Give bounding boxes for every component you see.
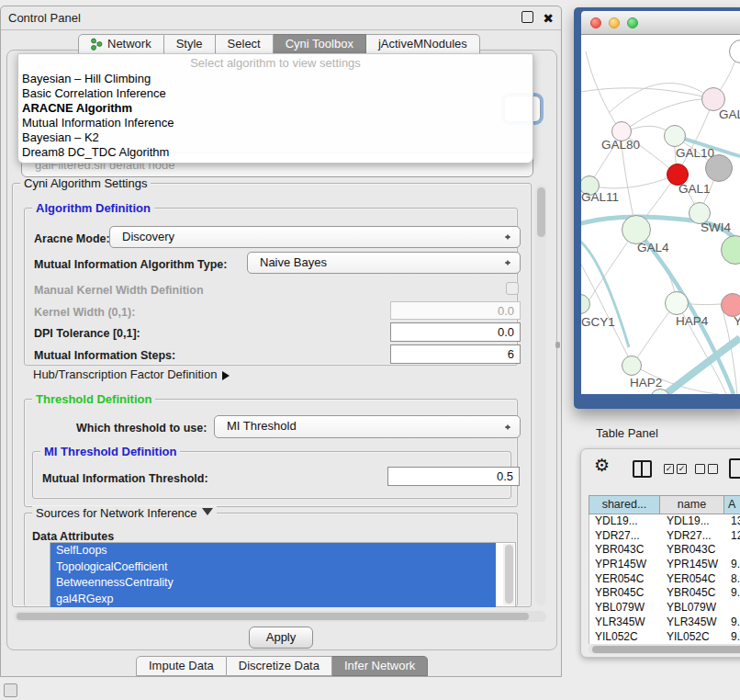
select-all-columns-icon[interactable]: ✓✓ (664, 464, 687, 474)
combo-stepper-icon (505, 257, 511, 268)
node-label: GAL (719, 107, 740, 121)
sources-title[interactable]: Sources for Network Inference (32, 506, 217, 521)
mi-steps-label: Mutual Information Steps: (34, 349, 175, 362)
kernel-width-field[interactable]: 0.0 (390, 301, 521, 320)
node-label: GAL1 (678, 182, 711, 196)
column-header-partial[interactable]: A (724, 495, 740, 514)
attribute-item-selected[interactable]: TopologicalCoefficient (50, 559, 496, 576)
float-window-icon[interactable] (521, 11, 533, 23)
attribute-item-selected[interactable]: SelfLoops (50, 543, 496, 559)
combo-stepper-icon (505, 422, 511, 433)
table-row[interactable]: YBR045CYBR045C9. (589, 586, 740, 601)
tab-network[interactable]: Network (78, 34, 164, 54)
table-row[interactable]: YBR043CYBR043C (589, 543, 740, 558)
table-row[interactable]: YDR27...YDR27...12 (589, 529, 740, 544)
tab-jactivemnodules[interactable]: jActiveMNodules (366, 34, 480, 54)
tab-select[interactable]: Select (216, 34, 274, 54)
apply-button[interactable]: Apply (249, 627, 313, 649)
dropdown-item-highlighted[interactable]: ARACNE Algorithm (18, 101, 533, 116)
node-label: GAL10 (676, 146, 714, 160)
node-label: HAP2 (630, 376, 662, 390)
gear-icon[interactable]: ⚙ (594, 455, 610, 475)
settings-vertical-scrollbar[interactable] (535, 185, 546, 605)
split-pane-handle[interactable] (555, 342, 560, 348)
node-label: Y (734, 314, 740, 328)
network-canvas[interactable]: GAL GAL80 GAL10 GAL1 GAL11 SWI4 GAL4 HAP… (581, 35, 740, 394)
table-horizontal-scrollbar[interactable] (589, 644, 740, 654)
table-row[interactable]: YIL052CYIL052C9. (589, 630, 740, 645)
dropdown-item[interactable]: Bayesian – Hill Climbing (18, 72, 533, 86)
cyni-algorithm-settings-group: Cyni Algorithm Settings Algorithm Defini… (12, 183, 532, 607)
node-label: GAL80 (601, 138, 640, 152)
tab-style[interactable]: Style (164, 34, 216, 54)
export-table-icon[interactable] (729, 458, 740, 479)
table-row[interactable]: YDL19...YDL19...13 (589, 514, 740, 529)
hub-definition-toggle[interactable]: Hub/Transcription Factor Definition (33, 367, 234, 381)
mi-algorithm-type-combobox[interactable]: Naive Bayes (247, 252, 521, 274)
network-window-titlebar[interactable] (581, 11, 740, 35)
collapse-down-icon (202, 508, 213, 521)
tab-infer-network[interactable]: Infer Network (332, 656, 428, 676)
deselect-all-columns-icon[interactable] (695, 464, 718, 474)
dropdown-item[interactable]: Mutual Information Inference (18, 116, 533, 130)
dropdown-item[interactable]: Basic Correlation Inference (18, 86, 533, 101)
control-panel-title: Control Panel (8, 6, 81, 29)
cyni-settings-title: Cyni Algorithm Settings (20, 176, 151, 190)
network-node-GAL10[interactable] (664, 125, 686, 147)
attribute-item-selected[interactable]: gal4RGexp (50, 592, 496, 608)
attribute-item-selected[interactable]: BetweennessCentrality (50, 575, 496, 592)
dropdown-item[interactable]: Bayesian – K2 (18, 130, 533, 145)
tab-cyni-toolbox[interactable]: Cyni Toolbox (274, 34, 366, 54)
tab-network-label: Network (107, 34, 151, 54)
collapse-right-icon (222, 371, 234, 380)
mi-threshold-field[interactable]: 0.5 (387, 467, 520, 486)
table-row[interactable]: YPR145WYPR145W9. (589, 558, 740, 572)
tab-discretize-data[interactable]: Discretize Data (227, 656, 332, 676)
close-icon[interactable]: ✖ (543, 7, 554, 29)
table-row[interactable]: YLR345WYLR345W9. (589, 615, 740, 630)
table-row[interactable]: YER054CYER054C8. (589, 572, 740, 587)
which-threshold-combobox[interactable]: MI Threshold (214, 415, 521, 438)
table-body: YDL19...YDL19...13 YDR27...YDR27...12 YB… (589, 514, 740, 644)
threshold-definition-group: Threshold Definition Which threshold to … (24, 399, 518, 507)
control-panel-titlebar: Control Panel ✖ (1, 6, 561, 30)
mi-steps-field[interactable]: 6 (390, 344, 521, 364)
column-header-shared-name[interactable]: shared... (589, 495, 660, 514)
mi-threshold-label: Mutual Information Threshold: (42, 472, 208, 485)
mi-threshold-title: MI Threshold Definition (40, 445, 180, 458)
tab-impute-data[interactable]: Impute Data (136, 656, 227, 676)
settings-horizontal-scrollbar[interactable] (14, 611, 546, 622)
column-header-name[interactable]: name (660, 495, 724, 514)
attribute-list-scrollbar[interactable] (503, 544, 514, 605)
network-node-HAP4[interactable] (665, 291, 689, 315)
control-panel-window: Control Panel ✖ Network Style Select Cyn… (0, 6, 562, 677)
dropdown-item[interactable]: Dream8 DC_TDC Algorithm (18, 145, 533, 160)
node-label: GAL11 (581, 190, 619, 204)
mac-minimize-icon[interactable] (609, 17, 620, 28)
network-node-HAP2[interactable] (622, 356, 642, 376)
dropdown-prompt: Select algorithm to view settings (18, 54, 533, 72)
dpi-tolerance-field[interactable]: 0.0 (390, 322, 521, 342)
mac-zoom-icon[interactable] (627, 17, 638, 28)
algorithm-definition-title: Algorithm Definition (32, 201, 154, 215)
aracne-mode-combobox[interactable]: Discovery (109, 226, 521, 248)
node-label: GAL4 (637, 241, 669, 254)
column-selector-icon[interactable] (633, 460, 652, 478)
manual-kernel-width-checkbox[interactable] (506, 282, 519, 295)
table-row[interactable]: YBL079WYBL079W (589, 601, 740, 615)
bottom-tabstrip: Impute Data Discretize Data Infer Networ… (136, 656, 428, 676)
which-threshold-label: Which threshold to use: (76, 422, 207, 435)
dock-panel-icon[interactable] (4, 683, 17, 697)
mac-close-icon[interactable] (590, 17, 601, 28)
network-view-window: GAL GAL80 GAL10 GAL1 GAL11 SWI4 GAL4 HAP… (574, 7, 740, 409)
aracne-mode-label: Aracne Mode: (34, 232, 110, 245)
network-icon (91, 38, 103, 51)
node-label: HAP4 (676, 314, 708, 328)
mi-algorithm-type-label: Mutual Information Algorithm Type: (34, 258, 227, 271)
manual-kernel-width-label: Manual Kernel Width Definition (34, 284, 204, 297)
control-panel-tabstrip: Network Style Select Cyni Toolbox jActiv… (78, 34, 480, 54)
kernel-width-label: Kernel Width (0,1): (34, 306, 135, 319)
data-attributes-label: Data Attributes (32, 530, 114, 543)
data-attributes-list: SelfLoops TopologicalCoefficient Between… (50, 542, 516, 607)
combo-stepper-icon (505, 231, 511, 243)
